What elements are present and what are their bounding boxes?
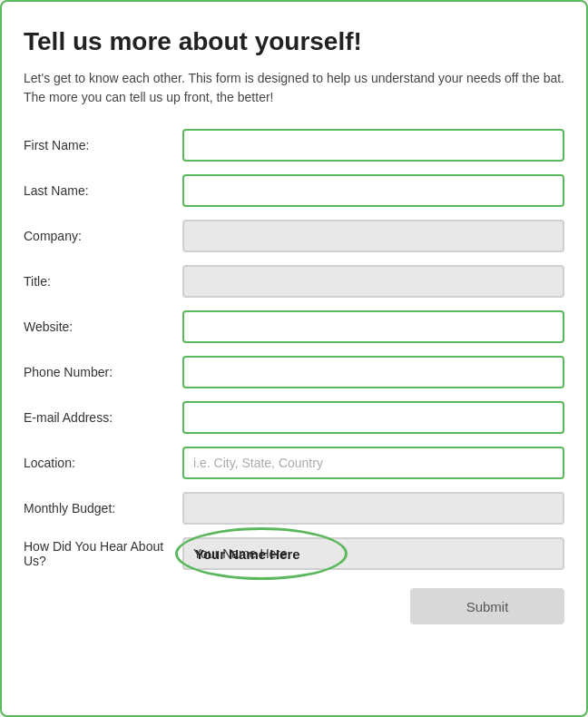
input-last-name[interactable] bbox=[182, 174, 564, 207]
how-did-you-hear-input[interactable] bbox=[182, 537, 564, 570]
field-row-location: Location: bbox=[24, 447, 564, 479]
highlight-field-row: How Did You Hear About Us? Your Name Her… bbox=[24, 537, 564, 570]
input-email-address[interactable] bbox=[182, 401, 564, 434]
highlight-input-wrapper: Your Name Here bbox=[182, 537, 564, 570]
label-email-address: E-mail Address: bbox=[24, 410, 182, 425]
highlight-field-label: How Did You Hear About Us? bbox=[24, 539, 182, 568]
label-phone-number: Phone Number: bbox=[24, 365, 182, 379]
form-title: Tell us more about yourself! bbox=[24, 27, 564, 56]
input-title bbox=[182, 265, 564, 298]
field-row-title: Title: bbox=[24, 265, 564, 298]
fields-container: First Name:Last Name:Company:Title:Websi… bbox=[24, 129, 564, 525]
input-location[interactable] bbox=[182, 447, 564, 479]
field-row-company: Company: bbox=[24, 220, 564, 252]
field-row-monthly-budget: Monthly Budget: bbox=[24, 492, 564, 525]
label-company: Company: bbox=[24, 229, 182, 243]
label-first-name: First Name: bbox=[24, 138, 182, 152]
input-first-name[interactable] bbox=[182, 129, 564, 162]
input-monthly-budget bbox=[182, 492, 564, 525]
label-monthly-budget: Monthly Budget: bbox=[24, 501, 182, 516]
form-container: Tell us more about yourself! Let's get t… bbox=[0, 0, 588, 717]
field-row-website: Website: bbox=[24, 310, 564, 343]
label-location: Location: bbox=[24, 456, 182, 470]
label-last-name: Last Name: bbox=[24, 183, 182, 198]
label-title: Title: bbox=[24, 274, 182, 289]
field-row-email-address: E-mail Address: bbox=[24, 401, 564, 434]
field-row-phone-number: Phone Number: bbox=[24, 356, 564, 388]
input-company bbox=[182, 220, 564, 252]
input-phone-number[interactable] bbox=[182, 356, 564, 388]
form-description: Let's get to know each other. This form … bbox=[24, 69, 564, 107]
label-website: Website: bbox=[24, 319, 182, 334]
field-row-first-name: First Name: bbox=[24, 129, 564, 162]
field-row-last-name: Last Name: bbox=[24, 174, 564, 207]
submit-button[interactable]: Submit bbox=[410, 588, 564, 624]
submit-row: Submit bbox=[24, 588, 564, 624]
input-website[interactable] bbox=[182, 310, 564, 343]
